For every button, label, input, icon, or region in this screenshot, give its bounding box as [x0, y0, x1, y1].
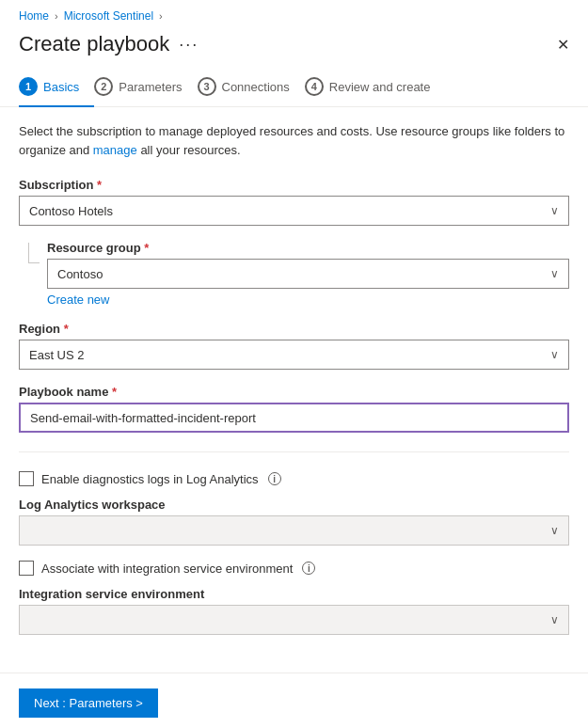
- resource-group-label: Resource group *: [47, 241, 569, 255]
- panel-header: Create playbook ··· ✕: [0, 28, 588, 68]
- resource-group-dropdown[interactable]: Contoso ∨: [47, 259, 569, 289]
- step-connections-label: Connections: [222, 80, 290, 94]
- step-basics-label: Basics: [43, 80, 79, 94]
- resource-group-group: Resource group * Contoso ∨ Create new: [19, 241, 569, 307]
- associate-integration-row: Associate with integration service envir…: [19, 561, 569, 576]
- footer: Next : Parameters >: [0, 673, 588, 728]
- subscription-label: Subscription *: [19, 178, 569, 192]
- resource-group-indent-row: Resource group * Contoso ∨ Create new: [19, 241, 569, 307]
- divider1: [19, 451, 569, 452]
- region-value: East US 2: [29, 348, 85, 362]
- indent-line-visual: [28, 243, 40, 263]
- main-content: Select the subscription to manage deploy…: [0, 107, 588, 665]
- enable-diagnostics-checkbox[interactable]: [19, 471, 34, 486]
- associate-integration-checkbox[interactable]: [19, 561, 34, 576]
- integration-env-chevron-icon: ∨: [550, 613, 559, 626]
- integration-env-label: Integration service environment: [19, 587, 569, 601]
- region-required: *: [60, 322, 69, 336]
- subscription-dropdown[interactable]: Contoso Hotels ∨: [19, 196, 569, 226]
- step-basics-circle: 1: [19, 77, 38, 96]
- step-connections[interactable]: 3 Connections: [198, 68, 305, 107]
- region-chevron-icon: ∨: [550, 348, 559, 361]
- playbook-name-group: Playbook name *: [19, 385, 569, 433]
- log-analytics-label: Log Analytics workspace: [19, 498, 569, 512]
- subscription-group: Subscription * Contoso Hotels ∨: [19, 178, 569, 226]
- panel-title-row: Create playbook ···: [19, 32, 199, 56]
- step-basics[interactable]: 1 Basics: [19, 68, 94, 107]
- indent-line: [19, 241, 47, 263]
- resource-group-required: *: [141, 241, 150, 255]
- page-title: Create playbook: [19, 32, 169, 56]
- wizard-steps: 1 Basics 2 Parameters 3 Connections 4 Re…: [0, 68, 588, 107]
- description-manage-link[interactable]: manage: [93, 143, 137, 157]
- breadcrumb: Home › Microsoft Sentinel ›: [0, 0, 588, 28]
- region-group: Region * East US 2 ∨: [19, 322, 569, 370]
- breadcrumb-sep1: ›: [55, 10, 58, 22]
- description-text: Select the subscription to manage deploy…: [19, 122, 569, 159]
- description-text-after: all your resources.: [137, 143, 241, 157]
- integration-env-group: Integration service environment ∨: [19, 587, 569, 635]
- region-label: Region *: [19, 322, 569, 336]
- step-parameters-circle: 2: [94, 77, 113, 96]
- breadcrumb-sentinel[interactable]: Microsoft Sentinel: [64, 9, 153, 23]
- region-dropdown[interactable]: East US 2 ∨: [19, 340, 569, 370]
- integration-env-dropdown[interactable]: ∨: [19, 605, 569, 635]
- enable-diagnostics-label: Enable diagnostics logs in Log Analytics: [41, 472, 259, 486]
- enable-diagnostics-info-icon[interactable]: i: [268, 472, 281, 485]
- step-review-label: Review and create: [329, 80, 431, 94]
- step-connections-circle: 3: [198, 77, 216, 96]
- log-analytics-group: Log Analytics workspace ∨: [19, 498, 569, 546]
- playbook-name-label: Playbook name *: [19, 385, 569, 399]
- associate-integration-label: Associate with integration service envir…: [41, 562, 293, 576]
- more-options-icon[interactable]: ···: [179, 35, 199, 55]
- step-parameters-label: Parameters: [119, 80, 182, 94]
- breadcrumb-home[interactable]: Home: [19, 9, 49, 23]
- step-review-circle: 4: [305, 77, 324, 96]
- playbook-name-input[interactable]: [19, 403, 569, 433]
- playbook-name-required: *: [108, 385, 117, 399]
- subscription-chevron-icon: ∨: [550, 204, 559, 217]
- subscription-required: *: [93, 178, 102, 192]
- resource-group-chevron-icon: ∨: [550, 267, 559, 280]
- step-review[interactable]: 4 Review and create: [305, 68, 446, 107]
- next-button[interactable]: Next : Parameters >: [19, 688, 158, 718]
- close-icon[interactable]: ✕: [557, 36, 569, 54]
- create-new-link[interactable]: Create new: [47, 293, 109, 307]
- enable-diagnostics-row: Enable diagnostics logs in Log Analytics…: [19, 471, 569, 486]
- resource-group-value: Contoso: [57, 267, 103, 281]
- log-analytics-chevron-icon: ∨: [550, 524, 559, 537]
- breadcrumb-sep2: ›: [159, 10, 163, 22]
- subscription-value: Contoso Hotels: [29, 204, 113, 218]
- step-parameters[interactable]: 2 Parameters: [94, 68, 197, 107]
- log-analytics-dropdown[interactable]: ∨: [19, 515, 569, 546]
- resource-group-content: Resource group * Contoso ∨ Create new: [47, 241, 569, 307]
- associate-integration-info-icon[interactable]: i: [302, 562, 315, 575]
